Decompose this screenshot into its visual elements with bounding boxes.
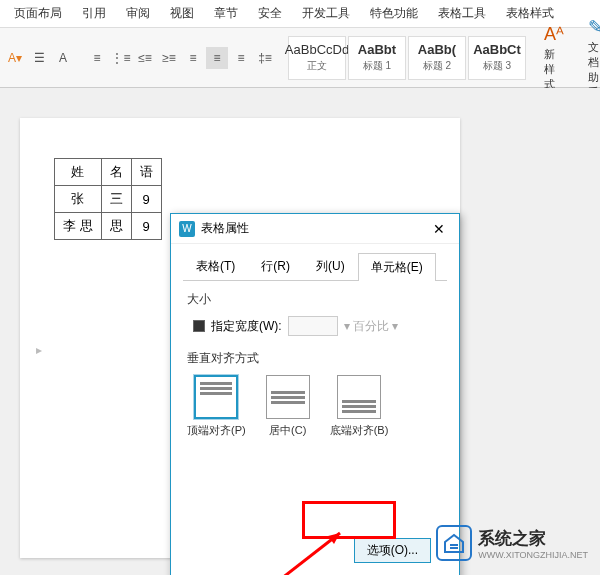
- styles-group: AaBbCcDd正文 AaBbt标题 1 AaBb(标题 2 AaBbCt标题 …: [288, 36, 526, 80]
- table-properties-dialog: W 表格属性 ✕ 表格(T) 行(R) 列(U) 单元格(E) 大小 指定宽度(…: [170, 213, 460, 575]
- page-break-icon: ▸: [36, 343, 42, 357]
- dialog-body: 大小 指定宽度(W): ▾ 百分比 ▾ 垂直对齐方式 顶端对齐(P) 居中(C): [171, 281, 459, 575]
- style-h3[interactable]: AaBbCt标题 3: [468, 36, 526, 80]
- new-style-icon: Aᴬ: [544, 23, 564, 45]
- style-normal[interactable]: AaBbCcDd正文: [288, 36, 346, 80]
- align-center-icon[interactable]: ≡: [206, 47, 228, 69]
- ribbon-tabs: 页面布局 引用 审阅 视图 章节 安全 开发工具 特色功能 表格工具 表格样式: [0, 0, 600, 28]
- tab-chapter[interactable]: 章节: [204, 0, 248, 28]
- align-options: 顶端对齐(P) 居中(C) 底端对齐(B): [187, 375, 443, 438]
- tab-developer[interactable]: 开发工具: [292, 0, 360, 28]
- width-spinner[interactable]: [288, 316, 338, 336]
- char-font-icon[interactable]: A: [52, 47, 74, 69]
- watermark-url: WWW.XITONGZHIJIA.NET: [478, 550, 588, 560]
- style-h2[interactable]: AaBb(标题 2: [408, 36, 466, 80]
- table-row: 姓名语: [55, 159, 162, 186]
- app-icon: W: [179, 221, 195, 237]
- new-style-button[interactable]: Aᴬ新样式: [538, 21, 570, 94]
- dialog-titlebar: W 表格属性 ✕: [171, 214, 459, 244]
- numbering-icon[interactable]: ⋮≡: [110, 47, 132, 69]
- style-h1[interactable]: AaBbt标题 1: [348, 36, 406, 80]
- align-bottom[interactable]: [337, 375, 381, 419]
- tab-column[interactable]: 列(U): [303, 252, 358, 280]
- line-spacing-icon[interactable]: ‡≡: [254, 47, 276, 69]
- tab-row[interactable]: 行(R): [248, 252, 303, 280]
- document-area: 姓名语 张三9 李 思思9 ▸ W 表格属性 ✕ 表格(T) 行(R) 列(U)…: [0, 88, 600, 575]
- align-section-label: 垂直对齐方式: [187, 350, 443, 367]
- width-label: 指定宽度(W):: [211, 318, 282, 335]
- table-row: 李 思思9: [55, 213, 162, 240]
- watermark-title: 系统之家: [478, 527, 588, 550]
- indent-inc-icon[interactable]: ≥≡: [158, 47, 180, 69]
- font-color-icon[interactable]: A▾: [4, 47, 26, 69]
- size-section-label: 大小: [187, 291, 443, 308]
- tab-security[interactable]: 安全: [248, 0, 292, 28]
- width-checkbox[interactable]: [193, 320, 205, 332]
- dialog-tabs: 表格(T) 行(R) 列(U) 单元格(E): [183, 252, 447, 281]
- bullets-icon[interactable]: ≡: [86, 47, 108, 69]
- tab-review[interactable]: 审阅: [116, 0, 160, 28]
- paragraph-group: ≡ ⋮≡ ≤≡ ≥≡ ≡ ≡ ≡ ‡≡: [86, 47, 276, 69]
- align-center-label: 居中(C): [269, 423, 306, 438]
- dialog-title-text: 表格属性: [201, 220, 427, 237]
- tab-page-layout[interactable]: 页面布局: [4, 0, 72, 28]
- align-bottom-label: 底端对齐(B): [330, 423, 389, 438]
- table-row: 张三9: [55, 186, 162, 213]
- tab-cell[interactable]: 单元格(E): [358, 253, 436, 281]
- doc-assistant-icon: ✎: [588, 16, 600, 38]
- align-top[interactable]: [194, 375, 238, 419]
- align-center[interactable]: [266, 375, 310, 419]
- watermark: 系统之家 WWW.XITONGZHIJIA.NET: [436, 525, 588, 561]
- align-right-icon[interactable]: ≡: [230, 47, 252, 69]
- width-row: 指定宽度(W): ▾ 百分比 ▾: [187, 316, 443, 336]
- unit-dropdown[interactable]: ▾ 百分比 ▾: [344, 318, 399, 335]
- options-button[interactable]: 选项(O)...: [354, 538, 431, 563]
- tab-references[interactable]: 引用: [72, 0, 116, 28]
- close-icon[interactable]: ✕: [427, 221, 451, 237]
- indent-dec-icon[interactable]: ≤≡: [134, 47, 156, 69]
- highlight-icon[interactable]: ☰: [28, 47, 50, 69]
- ribbon-content: A▾ ☰ A ≡ ⋮≡ ≤≡ ≥≡ ≡ ≡ ≡ ‡≡ AaBbCcDd正文 Aa…: [0, 28, 600, 88]
- align-top-label: 顶端对齐(P): [187, 423, 246, 438]
- tab-view[interactable]: 视图: [160, 0, 204, 28]
- watermark-logo-icon: [436, 525, 472, 561]
- tab-special[interactable]: 特色功能: [360, 0, 428, 28]
- tab-table-tools[interactable]: 表格工具: [428, 0, 496, 28]
- tab-table[interactable]: 表格(T): [183, 252, 248, 280]
- align-left-icon[interactable]: ≡: [182, 47, 204, 69]
- font-group: A▾ ☰ A: [4, 47, 74, 69]
- content-table[interactable]: 姓名语 张三9 李 思思9: [54, 158, 162, 240]
